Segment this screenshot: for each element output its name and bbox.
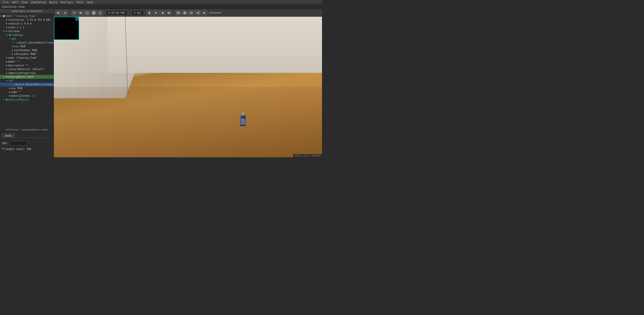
tree-item-bnd-name[interactable]: name "" <box>0 90 54 94</box>
camera-button[interactable] <box>182 10 188 16</box>
main-layout: IMPORTABLE EXTERNPROTO ▼ Robot "cleasing… <box>0 9 322 157</box>
play-pause-button[interactable] <box>153 10 159 16</box>
tree-item-url-cadshape[interactable]: ▼ url <box>0 37 54 41</box>
status-bar: 455N @ waxin-3950219 <box>293 154 322 157</box>
tree-item-cadshape[interactable]: ▼ CadShape <box>0 33 54 37</box>
svg-rect-12 <box>93 12 94 12</box>
robot-label: Robot "cleasing_foam" <box>6 14 36 18</box>
tree-item-bnd-materialindex[interactable]: materialIndex -1 <box>0 94 54 98</box>
svg-rect-13 <box>93 13 94 14</box>
svg-line-30 <box>197 12 198 12</box>
menu-simulation[interactable]: Simulation <box>29 0 48 4</box>
share-button[interactable] <box>195 10 201 16</box>
svg-marker-17 <box>162 12 164 14</box>
mini-viewport-close[interactable]: ✕ <box>76 17 79 20</box>
tree-item-model[interactable]: model "" <box>0 60 54 64</box>
save-button[interactable] <box>91 10 97 16</box>
reset-view-button[interactable] <box>71 10 77 16</box>
ispickable-label: isPickable TRUE <box>14 52 36 56</box>
bnd-name-label: name "" <box>11 90 21 94</box>
dot-castshadows <box>12 50 13 51</box>
tree-item-castshadows[interactable]: castShadows TRUE <box>0 48 54 52</box>
tree-item-translation[interactable]: translation -3.76 0.743 0.895 <box>0 18 54 22</box>
dot-contactmaterial <box>6 68 7 70</box>
svg-rect-21 <box>177 12 180 14</box>
volume-slider[interactable] <box>209 12 222 13</box>
svg-marker-16 <box>155 12 157 14</box>
record-button[interactable] <box>188 10 194 16</box>
bnd-url-label: url <box>9 79 13 82</box>
open-button[interactable] <box>84 10 90 16</box>
arrow-translation <box>4 19 6 21</box>
node-tab[interactable]: Node <box>2 134 52 138</box>
tree-item-url-value[interactable]: "../object_data/models/cleansing_foam/ou… <box>0 41 54 44</box>
menu-file[interactable]: File <box>1 0 10 4</box>
menu-overlays[interactable]: Overlays <box>59 0 74 4</box>
menu-view[interactable]: View <box>20 0 29 4</box>
tree-item-robot[interactable]: ▼ Robot "cleasing_foam" <box>0 14 54 18</box>
bottle-label <box>241 119 245 124</box>
floor-grain-v <box>54 70 322 157</box>
tree-item-children[interactable]: ▼ children <box>0 29 54 33</box>
arrow-physics: ▶ <box>4 98 6 101</box>
svg-point-24 <box>184 12 185 14</box>
arrow-url-cadshape: ▼ <box>9 38 12 40</box>
wall-back <box>108 17 322 73</box>
tree-item-rotation[interactable]: rotation 1 0 0 0 <box>0 22 54 26</box>
tree-item-immersionprops[interactable]: immersionProperties <box>0 71 54 75</box>
bnd-materialindex-label: materialIndex -1 <box>11 94 34 97</box>
tree-item-bnd-ccw[interactable]: ccw TRUE <box>0 86 54 90</box>
tree-item-bnd-url[interactable]: ▼ url <box>0 79 54 82</box>
tree-item-boundingobject[interactable]: ▼ boundingObject Mesh <box>0 75 54 79</box>
castshadows-label: castShadows TRUE <box>14 49 37 52</box>
dot-children <box>6 30 7 32</box>
svg-point-2 <box>64 12 66 13</box>
dot-translation <box>6 19 7 20</box>
menu-help[interactable]: Help <box>86 0 95 4</box>
def-input[interactable] <box>10 141 27 146</box>
def-label: DEF: <box>2 142 8 145</box>
separator-2 <box>105 11 105 15</box>
svg-rect-10 <box>86 12 88 14</box>
fast-forward-button[interactable] <box>166 10 172 16</box>
menu-build[interactable]: Build <box>48 0 59 4</box>
dot-bnd-name <box>9 92 10 93</box>
arrow-contactmaterial <box>4 68 6 70</box>
toolbar-extra <box>175 10 222 16</box>
bnd-ccw-label: ccw TRUE <box>11 87 22 90</box>
arrow-boundingobject: ▼ <box>4 76 6 78</box>
translation-label: translation -3.76 0.743 0.895 <box>8 18 50 21</box>
url-cadshape-label: url <box>12 37 16 40</box>
tree-item-description[interactable]: description "" <box>0 64 54 67</box>
tree-container[interactable]: ▼ Robot "cleasing_foam" translation -3.7… <box>0 14 54 127</box>
mini-viewport[interactable]: ✕ <box>54 17 79 40</box>
toggle-panel-button[interactable] <box>56 10 62 16</box>
tree-item-physics[interactable]: ▶ physicsPhysics <box>0 98 54 102</box>
menu-bar: File Edit View Simulation Build Overlays… <box>0 0 322 5</box>
step-forward-button[interactable] <box>160 10 166 16</box>
svg-rect-1 <box>59 12 60 14</box>
tree-item-scale[interactable]: scale 1 1 1 <box>0 26 54 29</box>
eye-button[interactable] <box>78 10 84 16</box>
tree-item-contactmaterial[interactable]: contactMaterial "default" <box>0 67 54 71</box>
step-back-button[interactable] <box>146 10 152 16</box>
rotation-label: rotation 1 0 0 0 <box>8 22 32 25</box>
arrow-children: ▼ <box>4 30 6 32</box>
dot-bnd-ccw <box>9 88 10 89</box>
settings-button[interactable] <box>62 10 68 16</box>
menu-tools[interactable]: Tools <box>74 0 86 4</box>
expand-arrow-robot: ▼ <box>0 15 2 17</box>
viewport[interactable]: ✕ 455N @ waxin-3950219 <box>54 17 322 157</box>
svg-point-27 <box>198 12 199 12</box>
svg-marker-20 <box>169 12 170 14</box>
tree-item-ispickable[interactable]: isPickable TRUE <box>0 52 54 56</box>
tree-item-name[interactable]: name "cleasing_foam" <box>0 56 54 60</box>
menu-edit[interactable]: Edit <box>10 0 20 4</box>
refresh-button[interactable] <box>97 10 103 16</box>
tree-item-bnd-url-value[interactable]: "../object_data/models/cleansing_foam/co… <box>0 82 54 86</box>
tree-item-ccw[interactable]: ccw TRUE <box>0 44 54 48</box>
volume-button[interactable] <box>202 10 207 16</box>
right-area: 0:00:00:000 - 0.00x <box>54 9 322 157</box>
window-button[interactable] <box>175 10 181 16</box>
arrow-immersionprops <box>4 72 6 74</box>
